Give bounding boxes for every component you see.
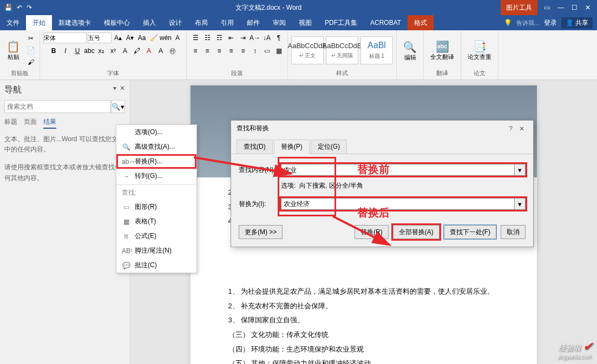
find-next-button[interactable]: 查找下一处(F) — [444, 225, 496, 239]
distribute-icon[interactable]: ≡ — [238, 45, 248, 56]
line-spacing-icon[interactable]: ↕ — [250, 45, 260, 56]
tab-new-option[interactable]: 新建选项卡 — [52, 15, 97, 30]
edit-button[interactable]: 🔍编辑 — [400, 39, 420, 63]
sort-icon[interactable]: ↓A — [261, 32, 272, 43]
dialog-tab-replace[interactable]: 替换(P) — [274, 140, 310, 154]
italic-button[interactable]: I — [60, 45, 71, 56]
copy-icon[interactable]: 📄 — [25, 45, 36, 56]
menu-find-footnotes[interactable]: AB¹脚注/尾注(N) — [116, 243, 196, 258]
search-input[interactable] — [4, 100, 111, 113]
menu-find-tables[interactable]: ▦表格(T) — [116, 214, 196, 229]
font-size-input[interactable] — [88, 32, 111, 43]
find-what-input[interactable] — [281, 164, 515, 176]
tab-mail[interactable]: 邮件 — [240, 15, 266, 30]
highlight-icon[interactable]: 🖍 — [132, 45, 142, 56]
dialog-tab-find[interactable]: 查找(D) — [237, 140, 273, 154]
decrease-indent-icon[interactable]: ⇤ — [226, 32, 237, 43]
tab-acrobat[interactable]: ACROBAT — [364, 15, 408, 30]
strike-button[interactable]: abc — [84, 45, 95, 56]
pin-icon[interactable]: ▾ — [113, 84, 116, 92]
replace-with-dropdown[interactable]: ▾ — [515, 198, 526, 210]
style-normal[interactable]: AaBbCcDdE↵ 正文 — [291, 36, 324, 64]
tab-home[interactable]: 开始 — [26, 15, 52, 30]
ribbon-options-icon[interactable]: ▭ — [544, 4, 550, 11]
find-what-dropdown[interactable]: ▾ — [515, 164, 526, 176]
tab-view[interactable]: 视图 — [292, 15, 318, 30]
cancel-button[interactable]: 取消 — [501, 225, 526, 239]
menu-find-graphics[interactable]: ▭图形(R) — [116, 200, 196, 214]
cut-icon[interactable]: ✂ — [25, 33, 36, 44]
maximize-icon[interactable]: ☐ — [572, 4, 578, 11]
enclose-char-icon[interactable]: ㊕ — [167, 45, 178, 56]
subscript-button[interactable]: x₂ — [96, 45, 107, 56]
text-effects-icon[interactable]: A — [120, 45, 130, 56]
format-painter-icon[interactable]: 🖌 — [25, 57, 36, 68]
dialog-close-icon[interactable]: ✕ — [516, 125, 528, 133]
minimize-icon[interactable]: ― — [557, 4, 564, 11]
grow-font-icon[interactable]: A▴ — [113, 32, 123, 43]
show-marks-icon[interactable]: ¶ — [273, 32, 284, 43]
undo-icon[interactable]: ↶ — [17, 4, 22, 11]
align-right-icon[interactable]: ≡ — [214, 45, 225, 56]
nav-tab-headings[interactable]: 标题 — [4, 117, 17, 129]
superscript-button[interactable]: x² — [108, 45, 119, 56]
replace-with-input[interactable] — [281, 198, 515, 210]
tab-file[interactable]: 文件 — [0, 15, 26, 30]
align-center-icon[interactable]: ≡ — [202, 45, 213, 56]
nav-tab-pages[interactable]: 页面 — [24, 117, 37, 129]
dialog-help-icon[interactable]: ? — [506, 125, 516, 133]
change-case-icon[interactable]: Aa — [136, 32, 147, 43]
char-shading-icon[interactable]: A — [155, 45, 166, 56]
save-icon[interactable]: 💾 — [4, 4, 12, 11]
share-button[interactable]: 👤 共享 — [561, 17, 593, 29]
menu-goto[interactable]: →转到(G)... — [116, 169, 196, 183]
menu-replace[interactable]: ab↔替换(R)... — [116, 154, 196, 169]
nav-tab-results[interactable]: 结果 — [43, 117, 56, 129]
tab-insert[interactable]: 插入 — [136, 15, 162, 30]
font-name-input[interactable] — [43, 32, 87, 43]
doc-line: （四） 环境功能：生态环境保护和农业景观 — [228, 343, 499, 356]
paste-button[interactable]: 📋 粘贴 — [3, 39, 23, 62]
close-icon[interactable]: ✕ — [585, 4, 591, 11]
align-left-icon[interactable]: ≡ — [190, 45, 201, 56]
multilevel-icon[interactable]: ☶ — [214, 32, 225, 43]
clear-format-icon[interactable]: 🧹 — [148, 32, 159, 43]
replace-all-button[interactable]: 全部替换(A) — [393, 225, 439, 239]
redo-icon[interactable]: ↷ — [27, 4, 32, 11]
login-button[interactable]: 登录 — [544, 18, 557, 28]
tab-review[interactable]: 审阅 — [266, 15, 292, 30]
bullets-icon[interactable]: ☰ — [190, 32, 201, 43]
search-dropdown-button[interactable]: 🔍▾ — [111, 100, 125, 113]
menu-find-equations[interactable]: π公式(E) — [116, 229, 196, 243]
translate-button[interactable]: 🔤全文翻译 — [427, 39, 457, 62]
tab-design[interactable]: 设计 — [162, 15, 188, 30]
tell-me-input[interactable]: 告诉我... — [516, 19, 539, 27]
shrink-font-icon[interactable]: A▾ — [124, 32, 135, 43]
dialog-tab-goto[interactable]: 定位(G) — [311, 140, 347, 154]
bold-button[interactable]: B — [48, 45, 59, 56]
tab-format[interactable]: 格式 — [408, 15, 434, 30]
menu-options[interactable]: 选项(O)... — [116, 125, 196, 140]
shading-icon[interactable]: ▭ — [261, 45, 272, 56]
menu-find-comments[interactable]: 💬批注(C) — [116, 258, 196, 273]
plagiarism-check-button[interactable]: 📑论文查重 — [464, 39, 495, 62]
style-heading1[interactable]: AaBl标题 1 — [360, 36, 393, 64]
more-button[interactable]: 更多(M) >> — [239, 225, 283, 239]
ltr-icon[interactable]: A→ — [250, 32, 260, 43]
tab-template[interactable]: 模板中心 — [97, 15, 136, 30]
close-pane-icon[interactable]: ✕ — [120, 84, 125, 92]
tab-layout[interactable]: 布局 — [188, 15, 214, 30]
doc-line: 2、 补充农村不完善的社会保障。 — [228, 300, 499, 313]
tab-pdf[interactable]: PDF工具集 — [318, 15, 364, 30]
phonetic-icon[interactable]: wén — [160, 32, 171, 43]
style-no-spacing[interactable]: AaBbCcDdE↵ 无间隔 — [326, 36, 358, 64]
char-border-icon[interactable]: A — [172, 32, 183, 43]
justify-icon[interactable]: ≡ — [226, 45, 237, 56]
borders-icon[interactable]: ▦ — [273, 45, 284, 56]
numbering-icon[interactable]: ☷ — [202, 32, 213, 43]
tab-references[interactable]: 引用 — [214, 15, 240, 30]
underline-button[interactable]: U — [72, 45, 83, 56]
font-color-icon[interactable]: A — [143, 45, 154, 56]
increase-indent-icon[interactable]: ⇥ — [238, 32, 248, 43]
menu-advanced-find[interactable]: 🔍高级查找(A)... — [116, 140, 196, 154]
